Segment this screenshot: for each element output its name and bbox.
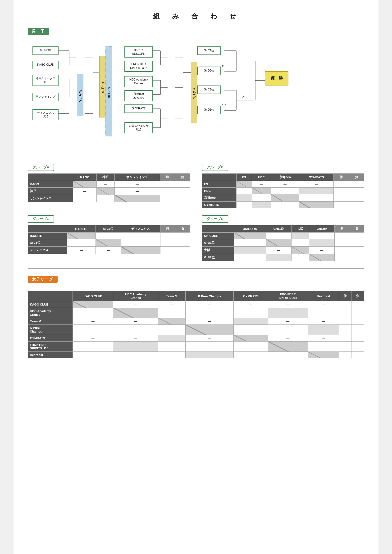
cell <box>160 187 175 195</box>
cell: — <box>271 201 299 208</box>
th-empty <box>28 291 73 301</box>
group-a-title: グループA <box>28 164 54 171</box>
table-row: FS — — — <box>202 181 364 187</box>
cell: — <box>73 325 113 335</box>
th-w-lose: 負 <box>351 291 364 301</box>
cell: — <box>73 187 97 195</box>
row-gymrats: GYMRATS <box>202 201 237 208</box>
cell: — <box>73 352 113 358</box>
cell-diag <box>185 325 233 335</box>
cell-shaded <box>237 194 252 201</box>
cell: — <box>308 335 339 341</box>
cell-diag <box>67 233 96 239</box>
cell <box>351 352 364 358</box>
cell: — <box>252 194 271 201</box>
th-w-kago: KAGO CLUB <box>73 291 113 301</box>
cell <box>175 247 190 254</box>
cell <box>160 181 175 187</box>
cell <box>349 254 364 261</box>
group-tables-row-2: グループC B.UNITE GrC1位 ディノニクス 勝 負 B.UNITE <box>28 215 364 261</box>
cell <box>334 239 349 247</box>
cell <box>349 247 364 254</box>
cell: — <box>96 233 121 239</box>
cell: — <box>299 194 333 201</box>
cell-shaded <box>309 239 334 247</box>
th-win: 勝 <box>160 174 175 181</box>
svg-line-48 <box>271 194 299 201</box>
cell <box>339 352 351 358</box>
cell-diag <box>237 181 252 187</box>
cell <box>351 308 364 318</box>
cell: — <box>158 325 185 335</box>
team-box-black-unicorn: BLACKUNICORN <box>124 46 153 58</box>
table-header-row: UNICORN GrB1位 大阪 GrB2位 勝 負 <box>202 225 364 233</box>
cell: — <box>73 341 113 352</box>
group-b-table-wrap: グループB FS HDC 京都neo GYMRATS 勝 負 FS <box>202 164 364 208</box>
team-box-grc2: Gr C2位 <box>197 85 221 94</box>
row-dino: ディノニクス <box>28 247 67 254</box>
row-w-teamm: Team M <box>28 318 73 325</box>
table-row: Heartiest — — — — — <box>28 352 364 358</box>
cell: — <box>114 187 160 195</box>
row-w-hdc: HDC AcademyCranes <box>28 308 73 318</box>
cell: — <box>266 247 291 254</box>
table-row: KAGO CLUB — — — — — — <box>28 301 364 308</box>
cell: — <box>121 239 160 247</box>
svg-line-57 <box>73 301 113 308</box>
th-dino: ディノニクス <box>121 225 160 233</box>
cell: — <box>299 181 333 187</box>
group-b-title: グループB <box>202 164 228 171</box>
th-kyoto: 京都neo <box>271 174 299 181</box>
cell: — <box>97 195 114 202</box>
cell: — <box>113 325 158 335</box>
th-grb1: GrB1位 <box>266 225 291 233</box>
cell <box>349 181 364 187</box>
th-kobe: 神戸 <box>97 174 114 181</box>
boys-label: 男 子 <box>28 28 49 35</box>
cell <box>175 233 190 239</box>
cell-shaded <box>308 325 339 335</box>
cell: — <box>292 239 309 247</box>
cell-diag <box>73 301 113 308</box>
cell-shaded <box>252 201 271 208</box>
svg-line-44 <box>97 187 114 195</box>
svg-line-47 <box>252 187 271 194</box>
cell: — <box>73 318 113 325</box>
cell-diag <box>271 194 299 201</box>
row-kobe: 神戸 <box>28 187 73 195</box>
table-header-row: KAGO 神戸 サンシャインズ 勝 負 <box>28 174 190 181</box>
a18-label: A18 <box>242 96 247 98</box>
cell-diag <box>268 341 308 352</box>
cell-diag <box>292 247 309 254</box>
th-osaka: 大阪 <box>292 225 309 233</box>
cell-shaded <box>234 247 266 254</box>
th-lose: 負 <box>175 174 190 181</box>
cell: — <box>268 318 308 325</box>
svg-line-49 <box>299 201 333 208</box>
cell: — <box>97 181 114 187</box>
th-empty <box>28 225 67 233</box>
team-box-grd2: Gr D2位 <box>197 67 221 75</box>
cell: — <box>268 335 308 341</box>
cell <box>333 201 349 208</box>
cell: — <box>96 247 121 254</box>
cell: — <box>234 239 266 247</box>
svg-line-55 <box>292 247 309 254</box>
bracket-area: B.UNITE KAGO CLUB 神戸ストークスU15 サンシャインズ ディノ… <box>28 43 364 157</box>
cell-shaded <box>233 318 268 325</box>
cell-diag <box>121 247 160 254</box>
cell <box>334 254 349 261</box>
cell <box>351 341 364 352</box>
table-row: 京都neo — — <box>202 194 364 201</box>
cell: — <box>233 352 268 358</box>
cell <box>175 187 190 195</box>
table-row: B.UNITE — — <box>28 233 190 239</box>
cell <box>334 233 349 239</box>
cell: — <box>73 308 113 318</box>
cell <box>160 233 175 239</box>
cell: — <box>233 341 268 352</box>
cell: — <box>121 233 160 239</box>
row-grc1: GrC1位 <box>28 239 67 247</box>
women-table: KAGO CLUB HDC AcademyCranes Team M K Pur… <box>28 291 364 358</box>
svg-line-60 <box>186 325 233 335</box>
